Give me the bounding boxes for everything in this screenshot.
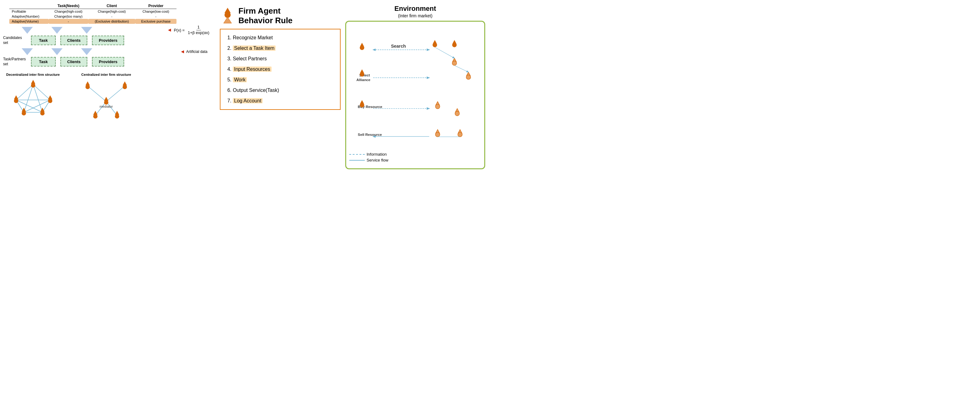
table-row: Adaptive(Number) Change(too many) - - bbox=[9, 14, 177, 19]
candidates-task-box: Task bbox=[31, 36, 56, 45]
svg-point-27 bbox=[123, 85, 127, 89]
svg-point-68 bbox=[458, 132, 462, 137]
svg-line-21 bbox=[106, 86, 125, 102]
decentralized-label: Decentralized inter firm structure bbox=[6, 73, 60, 76]
legend-service-flow-text: Service flow bbox=[367, 158, 388, 162]
arrows-row-2-wrapper: ◄ Artificial data bbox=[3, 46, 214, 57]
task-partners-clients-box: Clients bbox=[60, 57, 88, 67]
right-panel: Environment (Inter firm market) bbox=[344, 3, 487, 202]
structures-row: Decentralized inter firm structure bbox=[6, 73, 214, 119]
cell-adaptive-vol-provider: Exclusive purchase bbox=[135, 19, 177, 24]
artificial-data-label: ◄ Artificial data bbox=[180, 49, 207, 54]
row-label-profitable: Profitable bbox=[9, 9, 49, 14]
cell-adaptive-num-task: Change(too many) bbox=[49, 14, 89, 19]
formula-prefix: P(x) = bbox=[174, 28, 185, 32]
candidates-boxes: Task Clients Providers bbox=[31, 36, 124, 45]
rule-5-highlight: Work bbox=[233, 77, 247, 82]
legend-information-text: Information bbox=[367, 152, 387, 157]
cell-adaptive-num-provider: - bbox=[135, 14, 177, 19]
data-table: Task(Needs) Client Provider Profitable C… bbox=[9, 3, 177, 24]
firm-agent-title: Firm AgentBehavior Rule bbox=[239, 6, 293, 25]
firm-agent-header: Firm AgentBehavior Rule bbox=[220, 6, 340, 26]
svg-point-66 bbox=[435, 132, 440, 137]
svg-point-17 bbox=[22, 111, 26, 115]
svg-point-48 bbox=[360, 46, 364, 50]
svg-line-69 bbox=[435, 47, 454, 58]
svg-point-19 bbox=[40, 111, 45, 115]
env-box: Search Select Alliance Buy Resource Sell… bbox=[345, 21, 485, 169]
table-section: Task(Needs) Client Provider Profitable C… bbox=[9, 3, 177, 24]
col-header-empty bbox=[9, 3, 49, 9]
task-partners-label: Task/Partnersset bbox=[3, 57, 28, 67]
formula-area: ◄ P(x) = 1 1+β exp(αx) bbox=[167, 25, 210, 36]
svg-point-52 bbox=[360, 103, 364, 107]
col-header-task: Task(Needs) bbox=[49, 3, 89, 9]
rule-5: Work bbox=[233, 75, 335, 85]
centralized-label: Centralized inter firm structure bbox=[78, 73, 134, 76]
svg-point-34 bbox=[115, 114, 119, 119]
svg-line-20 bbox=[88, 86, 106, 102]
svg-line-70 bbox=[455, 65, 468, 72]
svg-point-25 bbox=[86, 85, 90, 89]
svg-text:mediator: mediator bbox=[100, 105, 113, 108]
table-row: Profitable Change(high-cost) Change(high… bbox=[9, 9, 177, 14]
svg-point-13 bbox=[14, 99, 18, 103]
svg-point-11 bbox=[31, 83, 35, 87]
environment-svg: Search Select Alliance Buy Resource Sell… bbox=[351, 26, 480, 165]
red-arrow-formula: ◄ bbox=[167, 27, 172, 33]
candidates-clients-box: Clients bbox=[60, 36, 88, 45]
behavior-rules-list: Recognize Market Select a Task Item Sele… bbox=[225, 32, 335, 106]
rule-2-highlight: Select a Task Item bbox=[233, 46, 275, 51]
firm-agent-icon bbox=[220, 6, 235, 25]
formula-denominator: 1+β exp(αx) bbox=[186, 30, 210, 36]
agent-icon-area bbox=[220, 6, 235, 26]
row-label-adaptive-number: Adaptive(Number) bbox=[9, 14, 49, 19]
col-header-provider: Provider bbox=[135, 3, 177, 9]
svg-point-62 bbox=[435, 104, 440, 109]
decentralized-structure: Decentralized inter firm structure bbox=[6, 73, 60, 119]
table-row-highlight: Adaptive(Volume) - (Exclusive distributi… bbox=[9, 19, 177, 24]
rule-7: Log Account bbox=[233, 95, 335, 106]
svg-point-29 bbox=[104, 100, 108, 105]
legend: Information Service flow bbox=[349, 152, 388, 164]
cell-adaptive-vol-task: - bbox=[49, 19, 89, 24]
left-panel: Task(Needs) Client Provider Profitable C… bbox=[3, 3, 214, 202]
legend-information: Information bbox=[349, 152, 388, 157]
svg-point-56 bbox=[452, 43, 457, 47]
centralized-structure: Centralized inter firm structure bbox=[78, 73, 134, 119]
rule-1: Recognize Market bbox=[233, 32, 335, 43]
col-header-client: Client bbox=[88, 3, 135, 9]
task-partners-providers-box: Providers bbox=[92, 57, 124, 67]
dashed-line-icon bbox=[349, 154, 365, 155]
cell-adaptive-num-client: - bbox=[88, 14, 135, 19]
down-arrow-6 bbox=[81, 48, 92, 55]
rule-3: Select Partners bbox=[233, 54, 335, 64]
svg-point-54 bbox=[433, 43, 437, 47]
rule-7-highlight: Log Account bbox=[233, 98, 262, 103]
down-arrow-5 bbox=[51, 48, 62, 55]
svg-point-64 bbox=[455, 111, 459, 116]
cell-profitable-client: Change(high-cost) bbox=[88, 9, 135, 14]
svg-point-58 bbox=[452, 61, 457, 65]
candidates-label: Candidatesset bbox=[3, 36, 28, 45]
cell-profitable-provider: Change(low-cost) bbox=[135, 9, 177, 14]
middle-panel: Firm AgentBehavior Rule Recognize Market… bbox=[214, 3, 344, 202]
svg-point-60 bbox=[466, 75, 471, 79]
firm-agent-title-text: Firm AgentBehavior Rule bbox=[239, 6, 293, 25]
svg-point-50 bbox=[360, 72, 364, 76]
rule-2: Select a Task Item bbox=[233, 43, 335, 54]
formula-numerator: 1 bbox=[196, 25, 201, 30]
svg-point-15 bbox=[48, 99, 52, 103]
svg-marker-37 bbox=[224, 17, 232, 23]
env-subtitle: (Inter firm market) bbox=[345, 13, 485, 18]
down-arrow-3 bbox=[81, 27, 92, 34]
arrows-row-2 bbox=[22, 48, 92, 55]
decentralized-network-svg bbox=[7, 78, 59, 119]
rule-6: Output Service(Task) bbox=[233, 85, 335, 95]
env-title: Environment bbox=[345, 5, 485, 13]
formula-fraction: 1 1+β exp(αx) bbox=[186, 25, 210, 36]
down-arrow-1 bbox=[22, 27, 33, 34]
svg-text:Sell Resource: Sell Resource bbox=[358, 132, 382, 137]
task-partners-task-box: Task bbox=[31, 57, 56, 67]
rule-4-highlight: Input Resources bbox=[233, 67, 272, 72]
